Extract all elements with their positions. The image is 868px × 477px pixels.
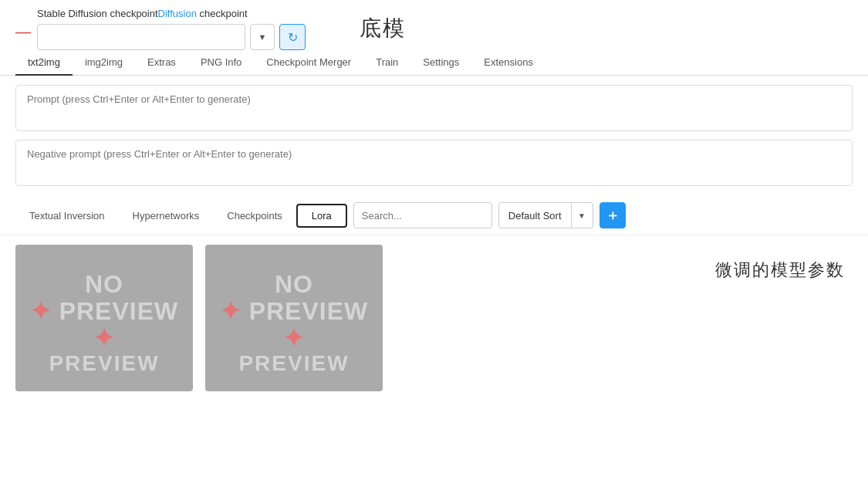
dots-left: ✦ bbox=[220, 297, 241, 325]
checkpoint-dropdown-btn[interactable]: ▼ bbox=[250, 24, 275, 50]
tab-settings[interactable]: Settings bbox=[410, 50, 471, 76]
add-lora-btn[interactable]: ＋ bbox=[599, 202, 626, 228]
side-note-lora: 微调的模型参数 bbox=[715, 259, 845, 282]
plus-icon: ＋ bbox=[606, 206, 620, 225]
lora-card[interactable]: NO ✦ PREVIEW ✦ PREVIEW bbox=[15, 245, 193, 391]
chevron-down-icon: ▼ bbox=[258, 32, 267, 42]
tab-txt2img[interactable]: txt2img bbox=[15, 50, 73, 76]
tab-lora[interactable]: Lora bbox=[296, 204, 347, 228]
lora-card[interactable]: NO ✦ PREVIEW ✦ PREVIEW bbox=[205, 245, 383, 391]
page-title-cn: 底模 bbox=[360, 16, 406, 40]
chevron-down-icon: ▼ bbox=[578, 211, 586, 220]
tab-extras[interactable]: Extras bbox=[135, 50, 188, 76]
red-dash: — bbox=[15, 23, 31, 41]
search-sort-area: Default Sort ▼ ＋ bbox=[353, 202, 626, 228]
tab-textual-inversion[interactable]: Textual Inversion bbox=[15, 205, 119, 226]
sort-dropdown-btn[interactable]: ▼ bbox=[572, 202, 593, 228]
checkpoint-label: Stable Diffusion checkpointDiffusion che… bbox=[37, 8, 306, 19]
tab-checkpoints[interactable]: Checkpoints bbox=[213, 205, 296, 226]
tab-train[interactable]: Train bbox=[363, 50, 410, 76]
negative-prompt-area bbox=[15, 140, 853, 188]
tab-img2img[interactable]: img2img bbox=[73, 50, 135, 76]
tab-png-info[interactable]: PNG Info bbox=[188, 50, 254, 76]
card-placeholder: NO ✦ PREVIEW ✦ PREVIEW bbox=[205, 245, 383, 391]
sub-tabs-row: Textual Inversion Hypernetworks Checkpoi… bbox=[0, 196, 868, 235]
main-tabs: txt2img img2img Extras PNG Info Checkpoi… bbox=[0, 50, 868, 76]
tab-hypernetworks[interactable]: Hypernetworks bbox=[119, 205, 214, 226]
search-input[interactable] bbox=[353, 202, 492, 228]
card-placeholder: NO ✦ PREVIEW ✦ PREVIEW bbox=[15, 245, 193, 391]
negative-prompt-input[interactable] bbox=[15, 140, 853, 186]
refresh-icon: ↻ bbox=[288, 30, 298, 45]
tab-extensions[interactable]: Extensions bbox=[471, 50, 545, 76]
refresh-checkpoint-btn[interactable]: ↻ bbox=[279, 24, 306, 50]
sort-group: Default Sort ▼ bbox=[498, 202, 593, 228]
dots-right: ✦ bbox=[93, 324, 115, 352]
dots-right: ✦ bbox=[283, 324, 305, 352]
sort-main-btn[interactable]: Default Sort bbox=[498, 202, 572, 228]
positive-prompt-area bbox=[15, 85, 853, 134]
lora-cards-area: NO ✦ PREVIEW ✦ PREVIEW NO ✦ PREVIEW bbox=[0, 235, 398, 401]
positive-prompt-input[interactable] bbox=[15, 85, 853, 131]
tab-checkpoint-merger[interactable]: Checkpoint Merger bbox=[254, 50, 363, 76]
dots-left: ✦ bbox=[30, 297, 52, 325]
checkpoint-select[interactable] bbox=[37, 24, 245, 50]
